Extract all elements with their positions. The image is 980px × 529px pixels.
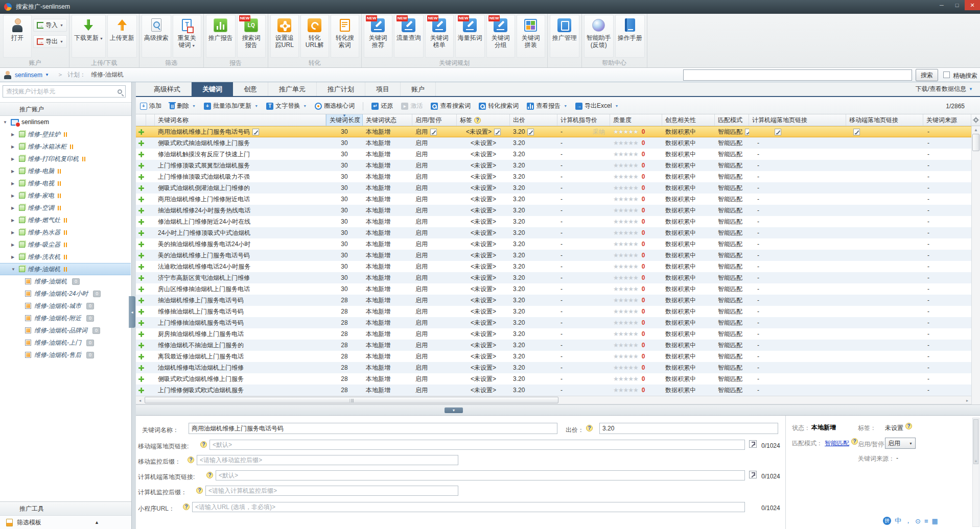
table-row[interactable]: 侧吸式油烟机倒灌油烟上门维修的30本地新增启用<未设置>3.20-★★★★★0数… xyxy=(136,182,971,194)
table-row[interactable]: 离我最近修油烟机上门服务电话28本地新增启用<未设置>3.20-★★★★★0数据… xyxy=(136,351,971,362)
price-input[interactable] xyxy=(599,423,778,434)
maximize-button[interactable]: □ xyxy=(949,0,965,10)
add-keyword-icon[interactable] xyxy=(138,320,144,326)
expander-icon[interactable]: ▶ xyxy=(11,194,16,198)
edit-icon[interactable] xyxy=(527,129,534,135)
table-row[interactable]: 厨房抽油烟机维修上门服务电话28本地新增启用<未设置>3.20-★★★★★0数据… xyxy=(136,328,971,340)
sidebar-search-input[interactable] xyxy=(6,88,118,95)
miniapp-url-input[interactable] xyxy=(192,502,745,512)
ime-icon[interactable]: 拼 xyxy=(883,517,891,525)
import-button[interactable]: 导入▼ xyxy=(33,19,67,32)
edit-icon[interactable] xyxy=(745,129,749,135)
scroll-right-icon[interactable]: ▸ xyxy=(963,397,971,404)
edit-icon[interactable] xyxy=(775,129,781,135)
pc-landing-input[interactable] xyxy=(216,470,745,480)
scroll-up-icon[interactable]: ▲ xyxy=(972,126,980,133)
restore-button[interactable]: 还原 xyxy=(371,102,393,110)
tab-account[interactable]: 账户 xyxy=(401,82,436,96)
help-icon[interactable]: ? xyxy=(851,438,858,445)
chevron-down-icon[interactable]: ▼ xyxy=(303,104,307,108)
help-icon[interactable]: ? xyxy=(196,487,203,494)
tree-plan-row[interactable]: ▶维修-吸尘器 xyxy=(0,238,131,251)
horizontal-scroll-thumb[interactable] xyxy=(145,397,558,403)
view-report-button[interactable]: 查看报告▼ xyxy=(527,102,567,110)
smart-assistant-button[interactable]: 智能助手(反馈) xyxy=(584,15,614,58)
add-keyword-icon[interactable] xyxy=(138,331,144,337)
panel-scrollbar[interactable]: ≡ xyxy=(972,418,979,527)
expander-icon[interactable]: ▼ xyxy=(3,120,8,125)
expander-icon[interactable]: ▶ xyxy=(11,243,16,247)
expander-icon[interactable]: ▶ xyxy=(11,218,16,223)
add-keyword-icon[interactable] xyxy=(138,298,144,303)
table-row[interactable]: 油烟机维修电话油烟机上门维修28本地新增启用<未设置>3.20-★★★★★0数据… xyxy=(136,362,971,373)
edit-icon[interactable] xyxy=(252,129,259,135)
edit-icon[interactable] xyxy=(430,129,437,135)
open-link-icon[interactable] xyxy=(749,440,757,448)
column-header-tag[interactable]: 标签? xyxy=(457,114,510,126)
mobile-suffix-input[interactable] xyxy=(197,455,458,465)
expander-icon[interactable]: ▶ xyxy=(11,181,16,186)
column-header-onoff[interactable]: 启用/暂停 xyxy=(412,114,457,126)
pc-suffix-input[interactable] xyxy=(205,486,458,496)
tree-unit-row[interactable]: 维修-油烟机0 xyxy=(0,275,131,287)
add-keyword-icon[interactable] xyxy=(138,129,144,135)
tree-plan-row[interactable]: ▶维修-打印机复印机 xyxy=(0,153,131,165)
table-row[interactable]: 上门维修抽顶吸式油烟机吸力不强30本地新增启用<未设置>3.20-★★★★★0数… xyxy=(136,171,971,182)
tab-projects[interactable]: 项目 xyxy=(365,82,401,96)
add-keyword-icon[interactable] xyxy=(138,197,144,202)
tab-keywords[interactable]: 关键词 xyxy=(192,82,233,96)
add-keyword-icon[interactable] xyxy=(138,185,144,191)
add-keyword-icon[interactable] xyxy=(138,242,144,247)
keyword-ranking-button[interactable]: NEW关键词榜单 xyxy=(425,15,454,58)
search-button[interactable]: 搜索 xyxy=(916,69,938,81)
ime-icon[interactable]: ▦ xyxy=(932,517,938,525)
tab-units[interactable]: 推广单元 xyxy=(268,82,317,96)
account-name-link[interactable]: senlinsem xyxy=(15,71,42,79)
table-row[interactable]: 抽油烟机维修上门服务电话号码28本地新增启用<未设置>3.20-★★★★★0数据… xyxy=(136,295,971,306)
help-icon[interactable]: ? xyxy=(206,472,213,478)
global-search-input[interactable] xyxy=(683,69,912,81)
chevron-down-icon[interactable]: ▼ xyxy=(192,104,196,108)
filter-template-bar[interactable]: 筛选模板 ▲ xyxy=(0,515,131,529)
promotion-tools-bar[interactable]: 推广工具 xyxy=(0,501,131,515)
expander-icon[interactable]: ▶ xyxy=(11,157,16,161)
collapse-up-icon[interactable]: ▲ xyxy=(95,520,99,525)
table-row[interactable]: 商用油烟机维修上门维修附近电话30本地新增启用<未设置>3.20-★★★★★0数… xyxy=(136,194,971,205)
table-row[interactable]: 商用油烟机维修上门服务电话号码30本地新增启用<未设置>3.20-采纳★★★★★… xyxy=(136,126,971,137)
table-row[interactable]: 美的抽油烟机维修服务电话24小时30本地新增启用<未设置>3.20-★★★★★0… xyxy=(136,238,971,250)
tree-unit-row[interactable]: 维修-油烟机-上门0 xyxy=(0,336,131,349)
mobile-landing-input[interactable] xyxy=(209,440,745,450)
chevron-down-icon[interactable]: ▼ xyxy=(615,104,618,108)
column-header-status[interactable]: 关键词状态 xyxy=(363,114,412,126)
advanced-search-button[interactable]: 高级搜索 xyxy=(142,15,171,58)
duplicate-keywords-button[interactable]: 重复关键词 ▼ xyxy=(173,15,201,58)
table-row[interactable]: 侧吸式欧式油烟机维修上门服务28本地新增启用<未设置>3.20-★★★★★0数据… xyxy=(136,373,971,384)
table-row[interactable]: 上门维修抽油烟机服务电话号码28本地新增启用<未设置>3.20-★★★★★0数据… xyxy=(136,317,971,328)
tree-plan-row[interactable]: ▶维修-电脑 xyxy=(0,165,131,177)
help-icon[interactable]: ? xyxy=(474,117,481,124)
set-track-url-button[interactable]: 设置追踪URL xyxy=(270,15,299,58)
panel-splitter[interactable]: ▼ xyxy=(136,404,980,416)
upload-update-button[interactable]: 上传更新 xyxy=(107,15,137,58)
tree-plan-row[interactable]: ▶维修-电视 xyxy=(0,177,131,189)
exact-search-checkbox[interactable] xyxy=(943,71,950,78)
convert-searchwords-button[interactable]: 转化搜索词 xyxy=(479,102,519,110)
table-row[interactable]: 侧吸式欧式抽油烟机维修上门服务30本地新增启用<未设置>3.20-★★★★★0数… xyxy=(136,137,971,149)
vertical-scroll-thumb[interactable] xyxy=(972,134,979,151)
tree-plan-row[interactable]: ▶维修-冰箱冰柜 xyxy=(0,140,131,153)
table-row[interactable]: 抽油烟机维修24小时服务热线电话30本地新增启用<未设置>3.20-★★★★★0… xyxy=(136,205,971,216)
table-row[interactable]: 维修抽油烟机上门服务电话号码28本地新增启用<未设置>3.20-★★★★★0数据… xyxy=(136,306,971,317)
mass-expand-words-button[interactable]: NEW海量拓词 xyxy=(455,15,485,58)
add-keyword-icon[interactable] xyxy=(138,219,144,225)
open-link-icon[interactable] xyxy=(749,471,757,478)
ime-icon[interactable]: ≡ xyxy=(924,517,928,525)
tree-unit-row[interactable]: 维修-油烟机-附近0 xyxy=(0,312,131,324)
column-settings-cell[interactable] xyxy=(971,114,980,126)
match-mode-link[interactable]: 智能匹配 xyxy=(825,439,849,448)
table-row[interactable]: 法迪欧油烟机维修电话24小时服务30本地新增启用<未设置>3.20-★★★★★0… xyxy=(136,261,971,272)
column-header-length[interactable]: ▼关键词长度 xyxy=(326,114,363,126)
expander-icon[interactable]: ▶ xyxy=(11,169,16,174)
export-button[interactable]: 导出▼ xyxy=(33,35,67,48)
tree-account-row[interactable]: ▼senlinsem xyxy=(0,116,131,128)
delete-button[interactable]: 删除▼ xyxy=(170,102,196,110)
